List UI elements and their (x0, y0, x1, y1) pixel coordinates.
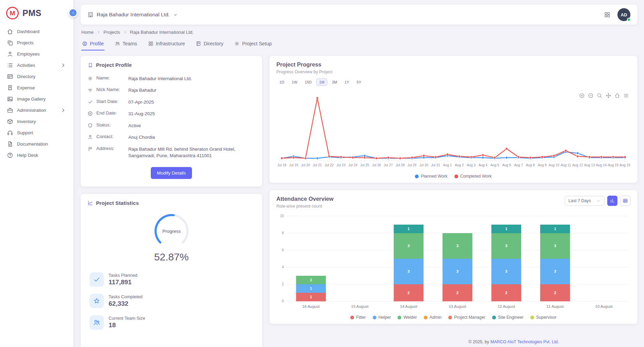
range-buttons: 1D 1W 15D 1M 3M 1Y 5Y (276, 78, 630, 86)
legend-dot (415, 175, 419, 178)
sidebar-item-inventory[interactable]: Inventory (3, 116, 70, 127)
stat-value: 62,332 (109, 300, 143, 307)
field-label: End Date: (96, 110, 125, 116)
logo[interactable]: M PMS (0, 0, 73, 24)
directory-tab-icon (196, 41, 201, 46)
tab-profile[interactable]: Profile (81, 39, 104, 50)
chart-menu-icon[interactable] (623, 93, 629, 99)
range-button-1d[interactable]: 1D (276, 78, 287, 86)
flag-icon (87, 146, 93, 152)
sidebar-item-expense[interactable]: Expense (3, 82, 70, 93)
svg-text:Jul 23: Jul 23 (336, 163, 345, 167)
sidebar-item-administration[interactable]: Administration (3, 105, 70, 116)
legend-item[interactable]: Welder (398, 315, 417, 320)
range-select[interactable]: Last 7 Days (565, 196, 605, 206)
chevron-down-icon (596, 199, 601, 203)
legend-item[interactable]: Fitter (350, 315, 366, 320)
legend-item[interactable]: Planned Work (415, 174, 447, 179)
profile-field-name: Name: Raja Bahadur International Ltd. (87, 73, 255, 85)
company-selector[interactable]: Raja Bahadur International Ltd. (87, 12, 178, 18)
help-desk-icon (7, 152, 13, 159)
range-button-1w[interactable]: 1W (289, 78, 301, 86)
progress-chart-legend: Planned WorkCompleted Work (276, 174, 630, 179)
sidebar-item-image-gallery[interactable]: Image Gallery (3, 93, 70, 104)
profile-tab-icon (82, 41, 87, 46)
card-title: Project Statistics (96, 200, 139, 206)
profile-field-start-date: Start Date: 07-Apr-2025 (87, 96, 255, 108)
range-select-value: Last 7 Days (568, 198, 591, 203)
tab-directory[interactable]: Directory (195, 39, 224, 50)
profile-field-contact: Contact: Anuj Chordia (87, 132, 255, 144)
breadcrumb-current: Raja Bahadur International Ltd. (130, 30, 194, 35)
user-avatar[interactable]: AD (617, 8, 630, 21)
zoom-out-icon[interactable] (588, 93, 594, 99)
sidebar-item-support[interactable]: Support (3, 127, 70, 138)
chevron-right-icon (123, 30, 127, 34)
range-button-15d[interactable]: 15D (302, 78, 315, 86)
sidebar-item-label: Employees (17, 51, 40, 57)
stat-rows: Tasks Planned 117,891 Tasks Completed 62… (87, 272, 255, 330)
legend-dot (454, 175, 458, 178)
sidebar-item-projects[interactable]: Projects (3, 37, 70, 48)
svg-text:3: 3 (554, 269, 556, 273)
svg-text:15 August: 15 August (351, 304, 369, 308)
attendance-chart-legend: FitterHelperWelderAdminProject ManagerSi… (276, 315, 630, 320)
sidebar-collapse-button[interactable] (68, 8, 78, 17)
range-button-1m[interactable]: 1M (316, 78, 327, 86)
pan-icon[interactable] (606, 93, 611, 99)
apps-icon[interactable] (604, 11, 611, 18)
progress-line-chart[interactable]: Jul 18Jul 19Jul 20Jul 21Jul 22Jul 23Jul … (276, 92, 630, 172)
user-icon (87, 134, 93, 140)
sidebar-item-directory[interactable]: Directory (3, 71, 70, 82)
app-root: M PMS Dashboard Projects Employees Activ… (0, 0, 644, 347)
reset-zoom-icon[interactable] (614, 93, 620, 99)
legend-item[interactable]: Helper (373, 315, 391, 320)
modify-details-button[interactable]: Modify Details (151, 167, 192, 179)
footer: © 2025, by MARCO AIoT Technologies Pvt. … (81, 336, 637, 347)
project-setup-tab-icon (234, 41, 240, 46)
building-icon (87, 12, 94, 18)
stat-tasks-completed: Tasks Completed 62,332 (90, 294, 255, 308)
tab-teams[interactable]: Teams (114, 39, 138, 50)
card-title-row: Project Statistics (87, 200, 255, 206)
field-value: 31-Aug-2025 (128, 110, 155, 117)
tab-infrastructure[interactable]: Infrastructure (147, 39, 186, 50)
breadcrumb-home[interactable]: Home (81, 30, 94, 35)
footer-company-link[interactable]: MARCO AIoT Technologies Pvt. Ltd. (490, 340, 559, 344)
tasks-completed-icon-box (90, 294, 104, 308)
employees-icon (7, 51, 13, 57)
selection-zoom-icon[interactable] (597, 93, 602, 99)
legend-item[interactable]: Supervisor (530, 315, 557, 320)
stat-tasks-planned: Tasks Planned 117,891 (90, 272, 255, 287)
svg-text:3: 3 (456, 244, 458, 248)
sidebar-item-documentation[interactable]: Documentation (3, 138, 70, 149)
sidebar-item-activities[interactable]: Activities (3, 60, 70, 71)
sidebar-item-employees[interactable]: Employees (3, 48, 70, 59)
table-view-button[interactable] (620, 196, 630, 206)
sidebar-item-help-desk[interactable]: Help Desk (3, 150, 70, 161)
legend-item[interactable]: Project Manager (448, 315, 485, 320)
range-button-5y[interactable]: 5Y (354, 78, 364, 86)
breadcrumb-projects[interactable]: Projects (103, 30, 120, 35)
range-button-3m[interactable]: 3M (329, 78, 340, 86)
profile-fields: Name: Raja Bahadur International Ltd. Ni… (87, 73, 255, 162)
legend-item[interactable]: Admin (424, 315, 441, 320)
sidebar-item-label: Projects (17, 40, 34, 45)
legend-item[interactable]: Site Engineer (492, 315, 524, 320)
svg-text:6: 6 (282, 248, 284, 252)
svg-text:0: 0 (282, 299, 284, 303)
dashboard-icon (7, 28, 13, 35)
line-chart-wrap: Jul 18Jul 19Jul 20Jul 21Jul 22Jul 23Jul … (276, 92, 630, 172)
svg-text:4: 4 (282, 265, 284, 269)
zoom-in-icon[interactable] (579, 93, 585, 99)
stat-label: Current Team Size (109, 316, 145, 321)
chart-view-button[interactable] (607, 196, 617, 206)
legend-item[interactable]: Completed Work (454, 174, 492, 179)
attendance-bar-chart[interactable]: 024681016 August11115 August14 August233… (276, 212, 630, 314)
range-button-1y[interactable]: 1Y (341, 78, 352, 86)
svg-text:10 August: 10 August (595, 304, 613, 308)
legend-label: Site Engineer (498, 315, 524, 320)
tab-label: Infrastructure (156, 41, 185, 46)
tab-project-setup[interactable]: Project Setup (234, 39, 272, 50)
sidebar-item-dashboard[interactable]: Dashboard (3, 26, 70, 37)
